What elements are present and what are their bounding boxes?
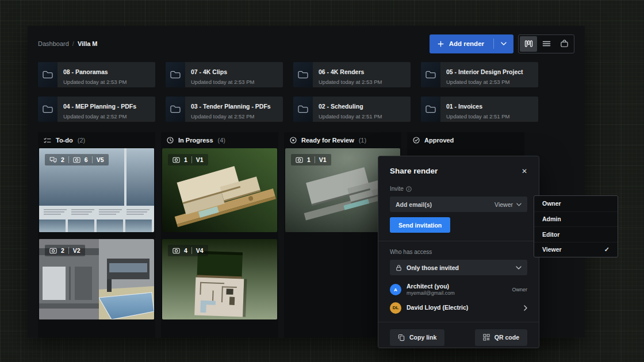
folder-updated: Updated today at 2:51 PM [446, 113, 532, 120]
render-card-todo-1[interactable]: 2 6 V5 [39, 148, 154, 232]
folder-updated: Updated today at 2:52 PM [63, 113, 150, 120]
folder-updated: Updated today at 2:51 PM [319, 113, 405, 120]
folder-card[interactable]: 07 - 4K ClipsUpdated today at 2:53 PM [166, 62, 283, 87]
info-icon [406, 186, 412, 192]
email-field[interactable]: Viewer [390, 197, 527, 212]
share-render-modal: Share render ✕ Invite Viewer Send invita… [378, 156, 539, 348]
member-row-guest[interactable]: DL David Lloyd (Electric) [390, 302, 527, 314]
avatar: A [390, 284, 401, 295]
render-card-progress-1[interactable]: 1 V1 [162, 148, 277, 232]
column-header: Approved [407, 132, 524, 148]
folder-card[interactable]: 03 - Tender Planning - PDFsUpdated today… [166, 97, 283, 122]
column-header: To-do (2) [38, 132, 155, 148]
view-kanban-button[interactable] [520, 36, 537, 52]
copy-link-label: Copy link [409, 334, 436, 341]
divider [378, 241, 539, 241]
check-circle-icon [413, 137, 420, 144]
plus-icon [438, 41, 444, 47]
qr-code-button[interactable]: QR code [475, 329, 527, 346]
list-icon [542, 40, 551, 47]
version-label: V1 [319, 156, 327, 163]
folder-icon [421, 97, 440, 122]
folder-icon [293, 62, 313, 87]
folder-card[interactable]: 02 - SchedulingUpdated today at 2:51 PM [293, 97, 411, 122]
version-label: V4 [196, 247, 204, 254]
folder-card[interactable]: 08 - PanoramasUpdated today at 2:53 PM [38, 62, 155, 87]
lock-icon [396, 264, 402, 271]
folder-card[interactable]: 06 - 4K RendersUpdated today at 2:53 PM [293, 62, 411, 87]
role-option-admin[interactable]: Admin [534, 211, 618, 227]
render-count: 1 [184, 156, 187, 163]
column-title: To-do [56, 137, 73, 144]
qr-code-icon [483, 334, 490, 341]
divider [378, 322, 539, 322]
add-render-button[interactable]: Add render [430, 34, 513, 53]
modal-title: Share render [390, 167, 438, 175]
comment-count: 2 [61, 156, 64, 163]
column-count: (4) [218, 137, 225, 144]
qr-code-label: QR code [494, 334, 519, 341]
checklist-icon [44, 137, 51, 144]
camera-icon [49, 248, 57, 254]
breadcrumb-dashboard-link[interactable]: Dashboard [38, 40, 69, 47]
render-card-todo-2[interactable]: 2 V2 [39, 239, 154, 319]
archive-bag-icon [560, 40, 569, 48]
card-badge: 2 V2 [45, 245, 85, 256]
email-input[interactable] [396, 201, 494, 208]
folder-icon [293, 97, 313, 122]
folder-title: 05 - Interior Design Project [446, 68, 523, 75]
folder-card[interactable]: 04 - MEP Planning - PDFsUpdated today at… [38, 97, 155, 122]
member-row-owner[interactable]: A Architect (you) myemail@gmail.com Owne… [390, 283, 527, 297]
view-archive-button[interactable] [555, 36, 573, 52]
folder-card[interactable]: 05 - Interior Design ProjectUpdated toda… [421, 62, 538, 87]
column-title: Ready for Review [301, 137, 354, 144]
close-button[interactable]: ✕ [522, 168, 527, 175]
view-list-button[interactable] [538, 36, 555, 52]
render-count: 2 [61, 247, 64, 254]
member-role-badge: Owner [512, 287, 527, 292]
member-email: myemail@gmail.com [407, 290, 455, 297]
folder-updated: Updated today at 2:53 PM [191, 79, 277, 85]
send-invitation-button[interactable]: Send invitation [390, 217, 450, 233]
chevron-down-icon [516, 203, 522, 206]
render-card-progress-2[interactable]: 4 V4 [162, 239, 277, 319]
access-select[interactable]: Only those invited [390, 260, 527, 275]
role-option-viewer[interactable]: Viewer ✓ [534, 242, 618, 257]
folder-updated: Updated today at 2:53 PM [446, 79, 532, 85]
avatar: DL [390, 302, 401, 314]
badge-divider [191, 156, 192, 163]
chevron-down-icon [516, 266, 522, 269]
folder-title: 02 - Scheduling [319, 103, 363, 110]
folder-icon [38, 62, 57, 87]
folder-card[interactable]: 01 - InvoicesUpdated today at 2:51 PM [421, 97, 538, 122]
render-count: 4 [184, 247, 187, 254]
breadcrumb-separator: / [72, 40, 74, 47]
access-value: Only those invited [407, 264, 511, 271]
role-option-owner[interactable]: Owner [534, 196, 618, 211]
card-badge: 4 V4 [168, 245, 208, 256]
badge-divider [191, 247, 192, 254]
folder-updated: Updated today at 2:53 PM [319, 79, 405, 85]
camera-icon [73, 157, 80, 163]
access-label: Who has access [390, 249, 527, 255]
folder-icon [166, 62, 185, 87]
comment-icon [49, 157, 57, 163]
add-render-caret[interactable] [494, 34, 513, 53]
role-select-value: Viewer [494, 201, 513, 208]
kanban-board-icon [524, 40, 533, 48]
role-select[interactable]: Viewer [494, 201, 522, 208]
render-count: 1 [307, 156, 310, 163]
folder-icon [38, 97, 57, 122]
folder-grid: 08 - PanoramasUpdated today at 2:53 PM 0… [38, 62, 540, 122]
breadcrumb-current: Villa M [78, 40, 98, 47]
card-badge: 1 V1 [168, 154, 208, 165]
column-title: Approved [424, 137, 454, 144]
column-count: (2) [78, 137, 85, 144]
close-icon: ✕ [522, 167, 527, 175]
clock-icon [167, 137, 174, 144]
member-name: Architect (you) [407, 283, 455, 290]
copy-link-button[interactable]: Copy link [390, 329, 444, 346]
role-option-editor[interactable]: Editor [534, 226, 618, 242]
version-label: V2 [73, 247, 80, 254]
board-column-in-progress: In Progress (4) [161, 132, 278, 338]
